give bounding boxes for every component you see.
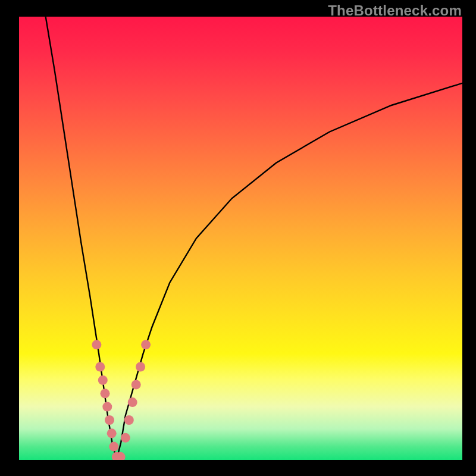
data-point	[131, 380, 141, 389]
data-point	[136, 362, 145, 372]
data-point	[92, 340, 101, 349]
data-point	[121, 433, 130, 443]
data-point	[101, 389, 110, 398]
data-point	[109, 442, 118, 452]
data-point	[124, 415, 134, 425]
data-point	[95, 362, 105, 372]
data-point	[141, 340, 151, 349]
watermark-text: TheBottleneck.com	[328, 2, 462, 19]
plot-area	[19, 17, 462, 460]
data-point	[107, 428, 117, 438]
dots-right-branch	[121, 340, 151, 443]
data-point	[102, 402, 112, 412]
data-point	[98, 375, 108, 385]
chart-svg	[19, 17, 462, 460]
data-point	[128, 397, 137, 407]
chart-frame: TheBottleneck.com	[0, 0, 476, 476]
data-point	[105, 415, 114, 425]
